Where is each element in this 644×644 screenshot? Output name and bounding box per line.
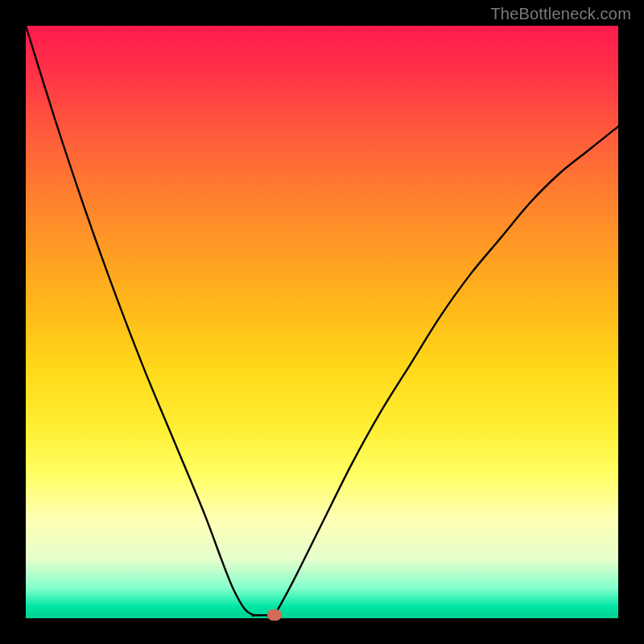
- minimum-marker: [267, 609, 282, 621]
- plot-area: [26, 26, 618, 618]
- watermark-text: TheBottleneck.com: [490, 5, 631, 23]
- bottleneck-curve: [26, 26, 618, 618]
- chart-frame: TheBottleneck.com: [0, 0, 644, 644]
